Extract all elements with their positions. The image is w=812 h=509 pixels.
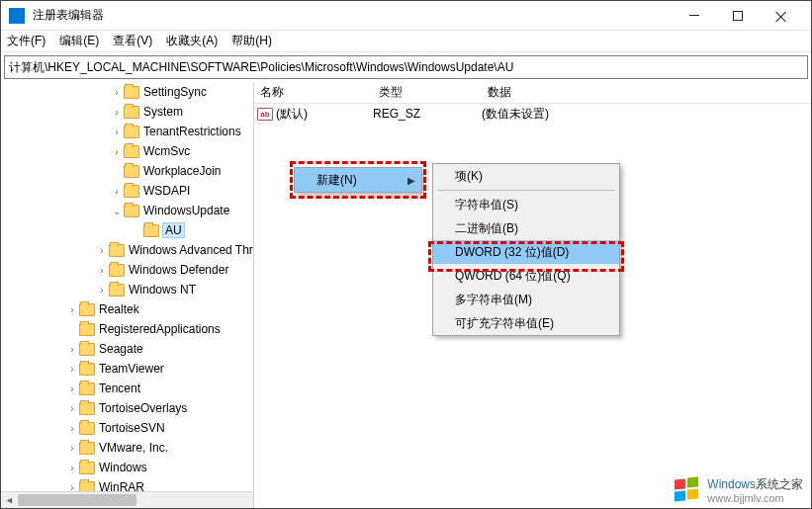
chevron-right-icon[interactable]: › [110, 146, 124, 157]
col-data[interactable]: 数据 [482, 84, 511, 101]
tree-item[interactable]: ›TenantRestrictions [1, 122, 254, 141]
folder-icon [124, 145, 139, 158]
ctx-item-label: DWORD (32 位)值(D) [455, 244, 569, 261]
watermark: Windows系统之家 www.bjjmlv.com [674, 475, 803, 504]
menu-edit[interactable]: 编辑(E) [59, 33, 99, 49]
chevron-right-icon[interactable]: › [65, 403, 79, 414]
chevron-right-icon[interactable]: › [95, 285, 109, 296]
col-name[interactable]: 名称 [254, 84, 373, 101]
folder-icon [109, 264, 125, 277]
tree-item-label: TenantRestrictions [143, 125, 241, 138]
tree-item[interactable]: WorkplaceJoin [1, 161, 254, 181]
context-menu-new: 新建(N) ▶ [294, 167, 422, 193]
folder-icon [124, 205, 139, 217]
minimize-button[interactable] [673, 1, 716, 31]
tree-item[interactable]: ›WinRAR [1, 477, 254, 491]
tree-item[interactable]: ›TortoiseSVN [1, 418, 254, 438]
tree-item[interactable]: ›SettingSync [1, 82, 254, 102]
value-data: (数值未设置) [482, 106, 549, 123]
tree-item-label: SettingSync [143, 85, 207, 99]
close-button[interactable] [760, 1, 803, 31]
tree-item-label: System [143, 105, 183, 119]
watermark-logo-icon [674, 477, 701, 503]
chevron-right-icon[interactable]: › [110, 127, 124, 137]
chevron-right-icon[interactable]: › [65, 383, 79, 394]
tree-item-label: VMware, Inc. [99, 441, 168, 455]
maximize-button[interactable] [716, 1, 760, 31]
menu-favorites[interactable]: 收藏夹(A) [166, 33, 218, 49]
chevron-right-icon[interactable]: › [65, 423, 79, 434]
folder-icon [79, 422, 95, 435]
folder-icon [124, 185, 139, 198]
chevron-right-icon[interactable]: › [110, 87, 124, 98]
menu-view[interactable]: 查看(V) [113, 33, 152, 49]
address-bar[interactable]: 计算机\HKEY_LOCAL_MACHINE\SOFTWARE\Policies… [4, 55, 808, 79]
chevron-down-icon[interactable]: ⌄ [110, 206, 124, 216]
address-text: 计算机\HKEY_LOCAL_MACHINE\SOFTWARE\Policies… [9, 59, 513, 76]
tree-item-label: AU [163, 223, 184, 237]
tree-item-label: WcmSvc [143, 144, 190, 158]
folder-icon [79, 343, 95, 356]
ctx-submenu-item[interactable]: 可扩充字符串值(E) [433, 311, 619, 335]
menu-separator [437, 190, 615, 191]
chevron-right-icon[interactable]: › [65, 463, 79, 473]
folder-icon [79, 481, 95, 492]
menu-file[interactable]: 文件(F) [7, 33, 45, 49]
tree-hscrollbar[interactable]: ◄ ► [1, 491, 254, 508]
tree-item[interactable]: ›Seagate [1, 339, 254, 359]
tree-item-label: WorkplaceJoin [143, 164, 221, 178]
col-type[interactable]: 类型 [373, 84, 482, 101]
tree-item[interactable]: ›Windows NT [1, 280, 254, 299]
folder-icon [124, 126, 139, 138]
tree-item[interactable]: ›System [1, 102, 254, 122]
folder-icon [79, 462, 95, 474]
ctx-submenu-item[interactable]: 多字符串值(M) [433, 288, 619, 311]
tree-item[interactable]: ›Windows [1, 458, 254, 477]
ctx-submenu-item[interactable]: 字符串值(S) [433, 193, 619, 216]
chevron-right-icon[interactable]: › [95, 265, 109, 276]
chevron-right-icon[interactable]: › [65, 482, 79, 492]
tree-item[interactable]: ›WcmSvc [1, 141, 254, 161]
ctx-submenu-item[interactable]: DWORD (32 位)值(D) [433, 240, 619, 264]
chevron-right-icon[interactable]: › [110, 186, 124, 197]
tree-item[interactable]: ›Windows Advanced Threat Protection [1, 240, 254, 260]
folder-icon [109, 284, 125, 297]
wm-url: www.bjjmlv.com [707, 492, 803, 504]
tree-item[interactable]: ›Tencent [1, 379, 254, 398]
folder-icon [143, 224, 159, 237]
chevron-right-icon[interactable]: › [65, 304, 79, 315]
tree-item[interactable]: ›TeamViewer [1, 359, 254, 379]
content-area: ›SettingSync›System›TenantRestrictions›W… [1, 82, 811, 508]
tree-item[interactable]: ›TortoiseOverlays [1, 398, 254, 418]
value-row-default[interactable]: ab (默认) REG_SZ (数值未设置) [254, 104, 811, 124]
tree-item-label: WinRAR [99, 480, 144, 491]
ctx-new[interactable]: 新建(N) ▶ [295, 168, 421, 192]
tree-item-label: Windows NT [129, 283, 196, 297]
value-name: (默认) [276, 106, 373, 123]
tree-item[interactable]: ›WSDAPI [1, 181, 254, 201]
tree-item-label: TortoiseOverlays [99, 401, 187, 415]
chevron-right-icon[interactable]: › [65, 443, 79, 454]
chevron-right-icon[interactable]: › [95, 245, 109, 256]
ctx-submenu-item[interactable]: QWORD (64 位)值(Q) [433, 264, 619, 288]
folder-icon [79, 442, 95, 455]
tree-item[interactable]: ⌄WindowsUpdate [1, 201, 254, 220]
tree-item[interactable]: RegisteredApplications [1, 319, 254, 339]
chevron-right-icon[interactable]: › [65, 364, 79, 375]
ctx-submenu-item[interactable]: 项(K) [433, 164, 619, 188]
tree-item[interactable]: ›Realtek [1, 299, 254, 319]
ctx-item-label: 可扩充字符串值(E) [455, 315, 554, 332]
chevron-right-icon[interactable]: › [65, 344, 79, 355]
tree-item[interactable]: ›VMware, Inc. [1, 438, 254, 458]
ctx-item-label: 项(K) [455, 168, 483, 185]
app-icon [9, 8, 25, 24]
ctx-submenu-item[interactable]: 二进制值(B) [433, 216, 619, 240]
value-type: REG_SZ [373, 107, 482, 121]
tree-item-label: RegisteredApplications [99, 322, 221, 336]
tree-item[interactable]: AU [1, 220, 254, 240]
folder-icon [109, 244, 125, 257]
chevron-right-icon[interactable]: › [110, 107, 124, 118]
menu-help[interactable]: 帮助(H) [231, 33, 272, 49]
tree-item[interactable]: ›Windows Defender [1, 260, 254, 280]
folder-icon [79, 363, 95, 376]
